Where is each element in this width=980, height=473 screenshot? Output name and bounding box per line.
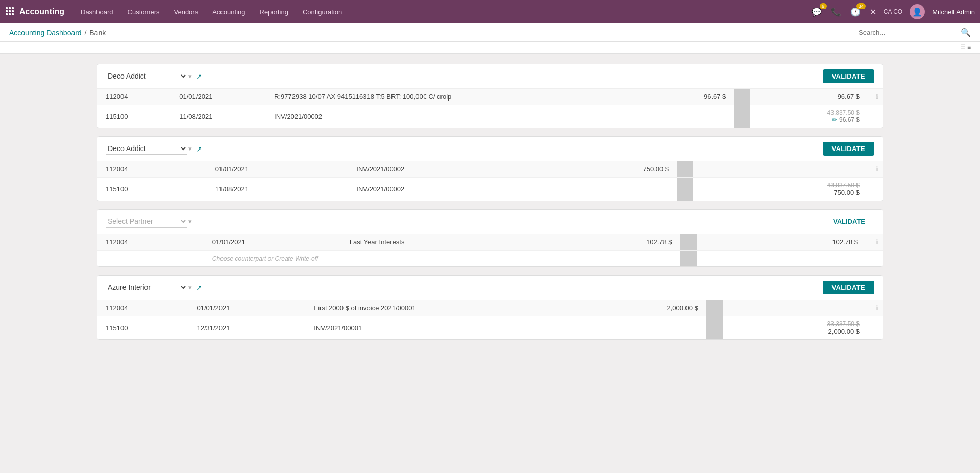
menu-accounting[interactable]: Accounting bbox=[206, 5, 251, 19]
partner-select-3[interactable]: Select Partner bbox=[106, 216, 187, 228]
matching-table-2: 112004 01/01/2021 INV/2021/00002 750.00 … bbox=[97, 161, 883, 201]
counterpart-cell: Choose counterpart or Create Write-off bbox=[204, 251, 680, 267]
dropdown-icon-3[interactable]: ▾ bbox=[188, 218, 192, 226]
svg-rect-1 bbox=[9, 7, 11, 9]
dropdown-icon-4[interactable]: ▾ bbox=[188, 284, 192, 291]
phone-icon[interactable]: 📞 bbox=[829, 5, 843, 19]
table-row: 112004 01/01/2021 INV/2021/00002 750.00 … bbox=[97, 161, 883, 178]
partner-select-2[interactable]: Deco Addict bbox=[106, 143, 187, 155]
account-cell: 115100 bbox=[97, 105, 171, 128]
partner-select-4[interactable]: Azure Interior bbox=[106, 282, 187, 293]
svg-rect-3 bbox=[6, 10, 8, 12]
clock-icon[interactable]: 🕐34 bbox=[848, 5, 863, 19]
external-link-icon-4[interactable]: ↗ bbox=[196, 284, 202, 292]
matching-table-1: 112004 01/01/2021 R:9772938 10/07 AX 941… bbox=[97, 89, 883, 128]
matching-card-3: Select Partner ▾ VALIDATE 112004 01/01/2… bbox=[97, 209, 883, 267]
clock-badge: 34 bbox=[856, 3, 866, 9]
svg-rect-5 bbox=[12, 10, 14, 12]
menu-configuration[interactable]: Configuration bbox=[297, 5, 348, 19]
description-cell: Last Year Interests bbox=[341, 234, 539, 251]
balance-cell: 102.78 $ bbox=[697, 234, 866, 251]
breadcrumb-current: Bank bbox=[89, 29, 106, 37]
table-row: 112004 01/01/2021 Last Year Interests 10… bbox=[97, 234, 883, 251]
amount-cell bbox=[585, 316, 706, 340]
date-cell: 12/31/2021 bbox=[188, 316, 306, 340]
menu-customers[interactable]: Customers bbox=[121, 5, 166, 19]
divider bbox=[734, 89, 750, 105]
breadcrumb-separator: / bbox=[85, 29, 87, 36]
date-cell: 01/01/2021 bbox=[204, 234, 341, 251]
divider bbox=[677, 161, 693, 178]
info-placeholder bbox=[866, 251, 883, 267]
amount-cell: 750.00 $ bbox=[531, 161, 677, 178]
main-content: Deco Addict ▾ ↗ VALIDATE 112004 01/01/20… bbox=[0, 54, 980, 358]
info-icon[interactable]: ℹ bbox=[866, 234, 883, 251]
search-area: 🔍 bbox=[859, 28, 971, 37]
account-cell: 112004 bbox=[97, 234, 204, 251]
close-icon[interactable]: ✕ bbox=[868, 5, 878, 19]
description-cell: INV/2021/00001 bbox=[306, 316, 585, 340]
app-name: Accounting bbox=[19, 7, 64, 16]
matching-card-1: Deco Addict ▾ ↗ VALIDATE 112004 01/01/20… bbox=[97, 64, 883, 128]
balance-cell: 33,337.50 $ 2,000.00 $ bbox=[723, 316, 868, 340]
account-cell bbox=[97, 251, 204, 267]
locale-label: CA CO bbox=[884, 8, 902, 15]
amount-cell: 96.67 $ bbox=[636, 89, 734, 105]
info-placeholder bbox=[868, 178, 883, 201]
amount-cell: 2,000.00 $ bbox=[585, 300, 706, 316]
card-header-1: Deco Addict ▾ ↗ VALIDATE bbox=[97, 64, 883, 89]
dropdown-icon-2[interactable]: ▾ bbox=[188, 145, 192, 153]
validate-btn-3[interactable]: VALIDATE bbox=[824, 215, 874, 229]
validate-btn-2[interactable]: VALIDATE bbox=[823, 142, 874, 156]
matching-table-4: 112004 01/01/2021 First 2000 $ of invoic… bbox=[97, 300, 883, 339]
svg-rect-2 bbox=[12, 7, 14, 9]
info-icon[interactable]: ℹ bbox=[868, 161, 883, 178]
card-header-2: Deco Addict ▾ ↗ VALIDATE bbox=[97, 137, 883, 161]
external-link-icon-2[interactable]: ↗ bbox=[196, 145, 202, 153]
svg-rect-0 bbox=[6, 7, 8, 9]
table-row: 112004 01/01/2021 First 2000 $ of invoic… bbox=[97, 300, 883, 316]
table-row: 115100 11/08/2021 INV/2021/00002 43,837.… bbox=[97, 105, 883, 128]
search-input[interactable] bbox=[859, 29, 961, 36]
search-icon[interactable]: 🔍 bbox=[961, 28, 971, 37]
matching-card-4: Azure Interior ▾ ↗ VALIDATE 112004 01/01… bbox=[97, 275, 883, 340]
divider bbox=[706, 300, 723, 316]
description-cell: INV/2021/00002 bbox=[348, 161, 531, 178]
description-cell: First 2000 $ of invoice 2021/00001 bbox=[306, 300, 585, 316]
balance-cell: 43,837.50 $ ✏ 96.67 $ bbox=[750, 105, 868, 128]
table-row: 112004 01/01/2021 R:9772938 10/07 AX 941… bbox=[97, 89, 883, 105]
partner-select-1[interactable]: Deco Addict bbox=[106, 70, 187, 82]
matching-table-3: 112004 01/01/2021 Last Year Interests 10… bbox=[97, 234, 883, 266]
toolbar-action-1[interactable]: ☰ ≡ bbox=[960, 44, 971, 51]
info-icon[interactable]: ℹ bbox=[868, 300, 883, 316]
menu-vendors[interactable]: Vendors bbox=[167, 5, 204, 19]
table-row: 115100 11/08/2021 INV/2021/00002 43,837.… bbox=[97, 178, 883, 201]
description-cell: INV/2021/00002 bbox=[266, 105, 636, 128]
avatar[interactable]: 👤 bbox=[908, 2, 927, 21]
card-header-4: Azure Interior ▾ ↗ VALIDATE bbox=[97, 276, 883, 300]
menu-dashboard[interactable]: Dashboard bbox=[75, 5, 119, 19]
validate-btn-1[interactable]: VALIDATE bbox=[823, 69, 874, 83]
table-row: Choose counterpart or Create Write-off bbox=[97, 251, 883, 267]
topnav-right: 💬9 📞 🕐34 ✕ CA CO 👤 Mitchell Admin bbox=[810, 2, 975, 21]
breadcrumb-parent[interactable]: Accounting Dashboard bbox=[9, 29, 82, 37]
balance-cell bbox=[697, 251, 866, 267]
account-cell: 115100 bbox=[97, 178, 207, 201]
menu-reporting[interactable]: Reporting bbox=[254, 5, 295, 19]
validate-btn-4[interactable]: VALIDATE bbox=[823, 281, 874, 294]
edit-icon[interactable]: ✏ bbox=[832, 116, 837, 123]
info-icon[interactable]: ℹ bbox=[868, 89, 883, 105]
external-link-icon-1[interactable]: ↗ bbox=[196, 72, 202, 81]
divider bbox=[734, 105, 750, 128]
toolbar-row: ☰ ≡ bbox=[0, 42, 980, 54]
dropdown-icon-1[interactable]: ▾ bbox=[188, 72, 192, 80]
account-cell: 112004 bbox=[97, 161, 207, 178]
svg-rect-6 bbox=[6, 13, 8, 15]
divider bbox=[706, 316, 723, 340]
table-row: 115100 12/31/2021 INV/2021/00001 33,337.… bbox=[97, 316, 883, 340]
apps-icon[interactable] bbox=[5, 7, 14, 17]
amount-cell: 102.78 $ bbox=[539, 234, 680, 251]
divider bbox=[677, 178, 693, 201]
messages-icon[interactable]: 💬9 bbox=[810, 5, 824, 19]
date-cell: 11/08/2021 bbox=[207, 178, 349, 201]
